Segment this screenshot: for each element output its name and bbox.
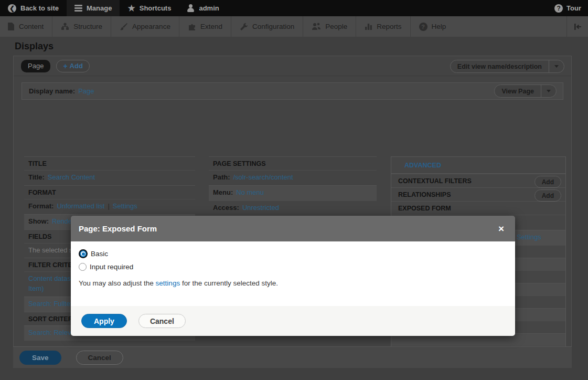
page-title: Displays [15,41,54,52]
menu-item-people[interactable]: People [303,16,356,37]
user-icon [187,4,195,12]
toolbar-orientation-toggle[interactable] [566,16,588,37]
menu-item-label: Extend [200,23,222,30]
shortcuts-button[interactable]: ★ Shortcuts [120,0,179,16]
format-label: Format: [28,202,54,210]
path-row: Path:/solr-search/content [209,170,377,185]
back-to-site-button[interactable]: ❮ Back to site [0,0,67,16]
bar-chart-icon [365,23,372,30]
back-to-site-label: Back to site [20,4,59,12]
menu-item-content[interactable]: Content [0,16,52,37]
dialog-title: Page: Exposed Form [79,224,157,233]
view-page-label: View Page [495,85,541,97]
screen: ❮ Back to site Manage ★ Shortcuts admin … [0,0,588,380]
dialog-note: You may also adjust the settings for the… [79,279,507,287]
radio-basic-label: Basic [91,250,108,258]
admin-menu-bar: Content Structure Appearance Extend Conf… [0,16,588,37]
access-label: Access: [213,204,239,212]
radio-input-required-label: Input required [90,263,133,271]
path-label: Path: [213,173,230,181]
save-button[interactable]: Save [19,351,61,365]
wrench-icon [240,23,248,30]
menu-item-label: Configuration [252,23,294,30]
edit-view-name-label: Edit view name/description [451,60,549,72]
admin-user-label: admin [199,4,219,12]
separator: | [108,202,109,210]
menu-item-configuration[interactable]: Configuration [231,16,303,37]
exposed-form-dialog: Page: Exposed Form × Basic Input require… [71,216,515,336]
option-basic-row: Basic [79,249,507,258]
dialog-close-button[interactable]: × [495,223,507,235]
menu-item-help[interactable]: ? Help [410,16,455,37]
menu-item-label: People [325,23,347,30]
tour-button[interactable]: ? Tour [548,0,588,16]
chevron-down-icon [547,90,551,92]
menu-item-label: Content [19,23,44,30]
format-settings-link[interactable]: Settings [113,202,137,210]
relationships-add-label: Add [535,190,561,201]
add-display-button[interactable]: + Add [56,60,89,72]
dialog-header: Page: Exposed Form × [71,216,515,241]
contextual-filters-add-button[interactable]: Add [534,176,561,188]
dialog-body: Basic Input required You may also adjust… [71,241,515,306]
edit-view-dropdown-toggle[interactable] [549,60,564,72]
title-section-heading: TITLE [24,156,195,170]
exposed-form-heading: EXPOSED FORM [391,201,565,215]
puzzle-icon [188,23,196,30]
hamburger-icon [74,5,82,12]
chevron-down-icon [554,65,559,68]
menu-item-label: Structure [73,23,102,30]
cancel-button[interactable]: Cancel [76,351,123,365]
menu-item-reports[interactable]: Reports [356,16,410,37]
tab-page[interactable]: Page [21,60,50,72]
contextual-add-label: Add [535,176,561,187]
menu-label: Menu: [213,188,233,196]
help-icon: ? [419,23,427,31]
tour-help-icon: ? [554,4,563,13]
radio-basic[interactable] [80,250,87,257]
dialog-footer: Apply Cancel [71,306,515,336]
plus-icon: + [63,62,67,70]
access-link[interactable]: Unrestricted [242,204,279,212]
format-section-heading: FORMAT [24,185,195,199]
display-name-bar: Display name: Page View Page [22,82,563,100]
relationships-add-button[interactable]: Add [534,189,561,202]
display-tabs-row: Page + Add Edit view name/description [14,56,571,76]
access-row: Access:Unrestricted [209,200,377,216]
contextual-filters-heading: CONTEXTUAL FILTERS Add [391,174,565,187]
apply-button[interactable]: Apply [81,314,127,328]
exposed-style-settings-link[interactable]: Settings [517,233,541,241]
menu-item-extend[interactable]: Extend [179,16,231,37]
view-page-button[interactable]: View Page [494,85,557,98]
advanced-toggle-link[interactable]: ADVANCED [404,162,441,169]
admin-toolbar: ❮ Back to site Manage ★ Shortcuts admin … [0,0,588,16]
view-page-dropdown-toggle[interactable] [541,85,556,97]
display-name-link[interactable]: Page [78,87,94,95]
menu-item-structure[interactable]: Structure [52,16,111,37]
paintbrush-icon [120,23,128,30]
advanced-toggle-row: ADVANCED [391,157,565,174]
menu-item-appearance[interactable]: Appearance [111,16,179,37]
manage-menu-button[interactable]: Manage [67,0,120,16]
menu-item-label: Appearance [132,23,170,30]
title-link[interactable]: Search Content [48,173,95,181]
radio-input-required[interactable] [79,263,87,271]
tour-label: Tour [566,4,581,12]
menu-item-label: Reports [377,23,401,30]
menu-link[interactable]: No menu [236,188,264,196]
star-icon: ★ [127,4,135,13]
filter-datasource-line2: Item) [28,284,44,292]
format-row: Format:Unformatted list|Settings [24,199,195,214]
add-display-label: Add [70,62,83,70]
dialog-cancel-button[interactable]: Cancel [138,314,186,328]
edit-view-name-button[interactable]: Edit view name/description [450,60,564,73]
relationships-heading: RELATIONSHIPS Add [391,187,565,201]
shortcuts-label: Shortcuts [140,4,172,12]
admin-user-button[interactable]: admin [179,0,227,16]
relationships-label: RELATIONSHIPS [398,191,451,198]
path-link[interactable]: /solr-search/content [233,173,293,181]
page-settings-heading: PAGE SETTINGS [209,156,377,170]
format-link[interactable]: Unformatted list [57,202,104,210]
tab-page-label: Page [28,62,44,70]
settings-link[interactable]: settings [156,279,180,287]
